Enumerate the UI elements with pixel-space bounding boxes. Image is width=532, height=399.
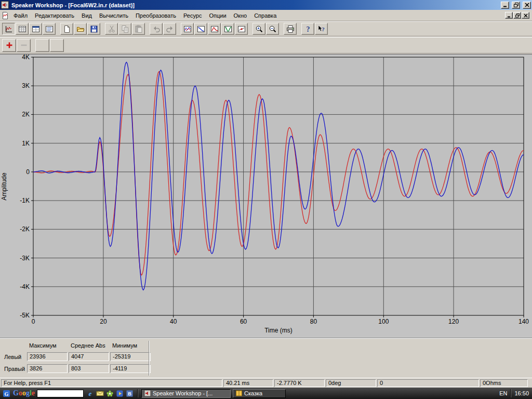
mdi-restore-button[interactable] <box>513 12 521 19</box>
mdi-window-controls <box>505 12 530 19</box>
title-bar: Speaker Workshop - [Focal6W2.in.r (datas… <box>0 0 532 10</box>
toolbar-separator <box>145 22 150 36</box>
x-tick-label: 120 <box>448 318 459 325</box>
menu-edit[interactable]: Редактировать <box>31 11 78 20</box>
view-list-icon <box>45 25 54 33</box>
plus-red-icon <box>5 41 14 49</box>
deskbar-icon[interactable]: G <box>2 389 11 398</box>
menu-view[interactable]: Вид <box>78 11 96 20</box>
player-icon <box>116 390 124 397</box>
clock[interactable]: 16:50 <box>514 390 529 396</box>
main-toolbar: ?? <box>0 21 532 36</box>
view-table-button[interactable] <box>29 23 42 35</box>
google-logo-letter: o <box>22 389 26 397</box>
status-amplitude-pane: -2.7770 K <box>274 379 325 387</box>
target-chart-button[interactable] <box>235 23 248 35</box>
chart-phase-icon <box>224 25 232 33</box>
mail-icon <box>96 390 104 397</box>
compare-charts-button[interactable] <box>181 23 194 35</box>
restore-button[interactable] <box>512 2 520 9</box>
language-indicator[interactable]: EN <box>499 390 507 396</box>
bk-icon: B <box>126 390 134 397</box>
menu-calculate[interactable]: Вычислить <box>96 11 132 20</box>
chart-imp-icon <box>210 25 219 33</box>
view-notes-button[interactable] <box>43 23 56 35</box>
new-button[interactable] <box>60 23 73 35</box>
new-doc-icon <box>63 25 71 33</box>
cut-icon <box>108 25 116 33</box>
ie-icon: e <box>86 390 94 397</box>
y-tick-label: -4K <box>20 283 30 290</box>
menu-resource[interactable]: Ресурс <box>180 11 205 20</box>
undo-icon <box>152 25 161 33</box>
google-logo-letter: G <box>13 389 19 397</box>
x-tick-label: 100 <box>378 318 389 325</box>
minimize-button[interactable] <box>501 2 509 9</box>
y-tick-label: -2K <box>20 225 30 233</box>
cut-button <box>105 23 118 35</box>
document-system-icon[interactable] <box>2 12 9 19</box>
mail-quicklaunch-icon[interactable] <box>96 389 104 398</box>
view-chart-icon <box>5 25 13 33</box>
mdi-close-button[interactable] <box>522 12 529 19</box>
app-icon[interactable] <box>1 1 9 9</box>
ie-quicklaunch-icon[interactable]: e <box>86 389 95 398</box>
menu-file[interactable]: Файл <box>10 11 31 20</box>
task-button-2[interactable]: Сказка <box>233 389 286 398</box>
zoom-out-button[interactable] <box>266 23 279 35</box>
task-button-1[interactable]: Speaker Workshop - [... <box>141 389 231 398</box>
book-icon <box>235 390 243 397</box>
task-button-area: Speaker Workshop - [...Сказка <box>141 389 286 398</box>
google-search-input[interactable] <box>37 390 84 397</box>
left-maximum-value: 23936 <box>27 352 68 361</box>
view-values-button[interactable] <box>16 23 29 35</box>
minimize-icon <box>507 14 511 18</box>
y-tick-label: 2K <box>22 111 30 118</box>
taskbar: G Google eB Speaker Workshop - [...Сказк… <box>0 388 532 399</box>
player-quicklaunch-icon[interactable] <box>115 389 124 398</box>
context-help-button[interactable]: ? <box>315 23 328 35</box>
menu-options[interactable]: Опции <box>205 11 230 20</box>
menu-transform[interactable]: Преобразовать <box>132 11 180 20</box>
x-tick-label: 80 <box>310 318 317 325</box>
zoom-in-icon <box>255 25 263 33</box>
mdi-minimize-button[interactable] <box>505 12 513 19</box>
save-icon <box>90 25 98 33</box>
paste-icon <box>135 25 143 33</box>
close-button[interactable] <box>523 2 531 9</box>
copy-button <box>118 23 131 35</box>
zoom-in-button[interactable] <box>252 23 265 35</box>
menu-window[interactable]: Окно <box>230 11 251 20</box>
svg-text:G: G <box>5 391 9 396</box>
plot-area[interactable] <box>33 57 524 315</box>
google-logo-letter: g <box>26 389 30 397</box>
impedance-chart-button[interactable] <box>208 23 221 35</box>
print-icon <box>286 25 295 33</box>
frequency-chart-button[interactable] <box>194 23 207 35</box>
quick-launch-area: eB <box>86 389 134 398</box>
remove-value-button <box>17 39 31 52</box>
about-button[interactable]: ? <box>301 23 314 35</box>
svg-text:B: B <box>128 391 131 396</box>
phase-chart-button[interactable] <box>221 23 234 35</box>
view-chart-button[interactable] <box>2 23 15 35</box>
close-icon <box>524 14 528 18</box>
y-tick-label: 0 <box>26 168 30 176</box>
bk-quicklaunch-icon[interactable]: B <box>125 389 134 398</box>
print-button[interactable] <box>284 23 297 35</box>
window-title: Speaker Workshop - [Focal6W2.in.r (datas… <box>11 2 498 8</box>
task-label: Сказка <box>244 390 262 396</box>
menu-help[interactable]: Справка <box>250 11 280 20</box>
open-folder-icon <box>76 25 85 33</box>
status-time-pane: 40.21 ms <box>223 379 273 387</box>
right-maximum-value: 3826 <box>27 364 68 373</box>
toolbar-separator <box>280 22 284 36</box>
add-value-button[interactable] <box>2 39 16 52</box>
y-tick-label: 1K <box>22 140 30 147</box>
open-button[interactable] <box>74 23 87 35</box>
undo-button <box>150 23 163 35</box>
blank-tool-button-1 <box>35 39 49 52</box>
icq-quicklaunch-icon[interactable] <box>105 389 114 398</box>
restore-icon <box>514 3 518 7</box>
save-button[interactable] <box>87 23 100 35</box>
